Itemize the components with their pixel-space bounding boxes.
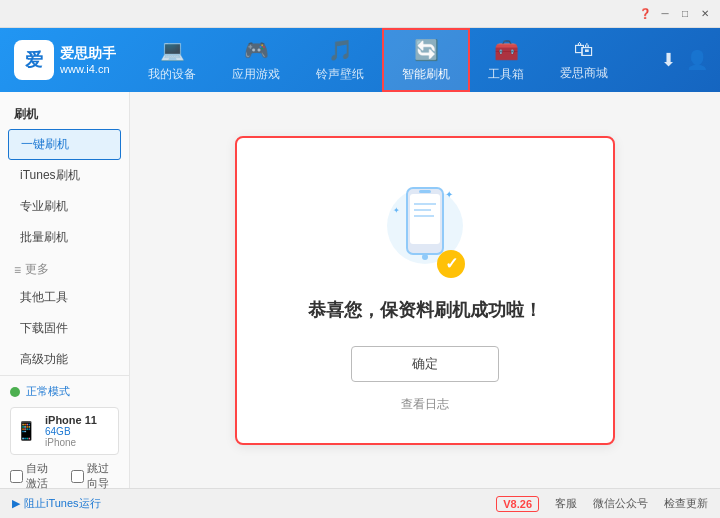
version-badge[interactable]: V8.26 [496, 496, 539, 512]
svg-point-7 [422, 254, 428, 260]
sidebar-item-other-tools[interactable]: 其他工具 [0, 282, 129, 313]
section-title-more: ≡ 更多 [0, 253, 129, 282]
device-details: iPhone 11 64GB iPhone [45, 414, 97, 448]
logo-icon: 爱 [14, 40, 54, 80]
main-layout: 刷机 一键刷机 iTunes刷机 专业刷机 批量刷机 ≡ 更多 其他工具 下载固… [0, 92, 720, 488]
tab-toolbox[interactable]: 🧰 工具箱 [470, 28, 542, 92]
confirm-button[interactable]: 确定 [351, 346, 499, 382]
tab-apps-games[interactable]: 🎮 应用游戏 [214, 28, 298, 92]
toolbox-icon: 🧰 [494, 38, 519, 62]
check-badge: ✓ [437, 250, 465, 278]
tab-ringtones[interactable]: 🎵 铃声壁纸 [298, 28, 382, 92]
skip-guide-label[interactable]: 跳过向导 [71, 461, 120, 491]
sidebar-item-pro-flash[interactable]: 专业刷机 [0, 191, 129, 222]
device-mode: 正常模式 [10, 384, 119, 399]
device-phone-icon: 📱 [15, 420, 37, 442]
tab-my-device[interactable]: 💻 我的设备 [130, 28, 214, 92]
mode-status-dot [10, 387, 20, 397]
sidebar-item-itunes-flash[interactable]: iTunes刷机 [0, 160, 129, 191]
auto-activate-checkbox[interactable] [10, 470, 23, 483]
header-right: ⬇ 👤 [661, 49, 720, 71]
footer-update-link[interactable]: 检查更新 [664, 496, 708, 511]
device-info: 📱 iPhone 11 64GB iPhone [10, 407, 119, 455]
tab-smart-flash[interactable]: 🔄 智能刷机 [382, 28, 470, 92]
logo-text: 爱思助手 www.i4.cn [60, 44, 116, 76]
window-controls[interactable]: ❓ ─ □ ✕ [638, 7, 712, 21]
sidebar-item-batch-flash[interactable]: 批量刷机 [0, 222, 129, 253]
minimize-btn[interactable]: ─ [658, 7, 672, 21]
content-area: ✦ ✦ ✓ 恭喜您，保资料刷机成功啦！ 确定 查看日志 [130, 92, 720, 488]
skip-guide-checkbox[interactable] [71, 470, 84, 483]
sidebar-item-download-firmware[interactable]: 下载固件 [0, 313, 129, 344]
success-card: ✦ ✦ ✓ 恭喜您，保资料刷机成功啦！ 确定 查看日志 [235, 136, 615, 445]
title-bar: ❓ ─ □ ✕ [0, 0, 720, 28]
footer-wechat-link[interactable]: 微信公众号 [593, 496, 648, 511]
smart-flash-icon: 🔄 [414, 38, 439, 62]
close-btn[interactable]: ✕ [698, 7, 712, 21]
download-icon[interactable]: ⬇ [661, 49, 676, 71]
sidebar-item-advanced[interactable]: 高级功能 [0, 344, 129, 375]
maximize-btn[interactable]: □ [678, 7, 692, 21]
svg-text:✦: ✦ [393, 206, 400, 215]
checkbox-row: 自动激活 跳过向导 [10, 455, 119, 495]
user-icon[interactable]: 👤 [686, 49, 708, 71]
header: 爱 爱思助手 www.i4.cn 💻 我的设备 🎮 应用游戏 🎵 铃声壁纸 🔄 … [0, 28, 720, 92]
success-illustration: ✦ ✦ ✓ [375, 178, 475, 278]
section-title-flash: 刷机 [0, 100, 129, 129]
apps-games-icon: 🎮 [244, 38, 269, 62]
svg-text:✦: ✦ [445, 189, 453, 200]
store-icon: 🛍 [574, 38, 594, 61]
stop-icon: ▶ [12, 497, 20, 510]
itunes-stop-button[interactable]: ▶ 阻止iTunes运行 [12, 496, 101, 511]
svg-rect-2 [410, 194, 440, 244]
my-device-icon: 💻 [160, 38, 185, 62]
auto-activate-label[interactable]: 自动激活 [10, 461, 59, 491]
help-btn[interactable]: ❓ [638, 7, 652, 21]
success-message: 恭喜您，保资料刷机成功啦！ [308, 298, 542, 322]
footer-left: ▶ 阻止iTunes运行 [12, 496, 101, 511]
logo-area: 爱 爱思助手 www.i4.cn [0, 28, 130, 92]
svg-rect-6 [419, 190, 431, 193]
ringtones-icon: 🎵 [328, 38, 353, 62]
sidebar: 刷机 一键刷机 iTunes刷机 专业刷机 批量刷机 ≡ 更多 其他工具 下载固… [0, 92, 130, 488]
sidebar-bottom: 正常模式 📱 iPhone 11 64GB iPhone 自动激活 跳过向导 [0, 375, 129, 503]
sidebar-item-one-key-flash[interactable]: 一键刷机 [8, 129, 121, 160]
footer-support-link[interactable]: 客服 [555, 496, 577, 511]
nav-tabs: 💻 我的设备 🎮 应用游戏 🎵 铃声壁纸 🔄 智能刷机 🧰 工具箱 🛍 爱思商城 [130, 28, 661, 92]
view-log-link[interactable]: 查看日志 [401, 396, 449, 413]
tab-store[interactable]: 🛍 爱思商城 [542, 28, 626, 92]
